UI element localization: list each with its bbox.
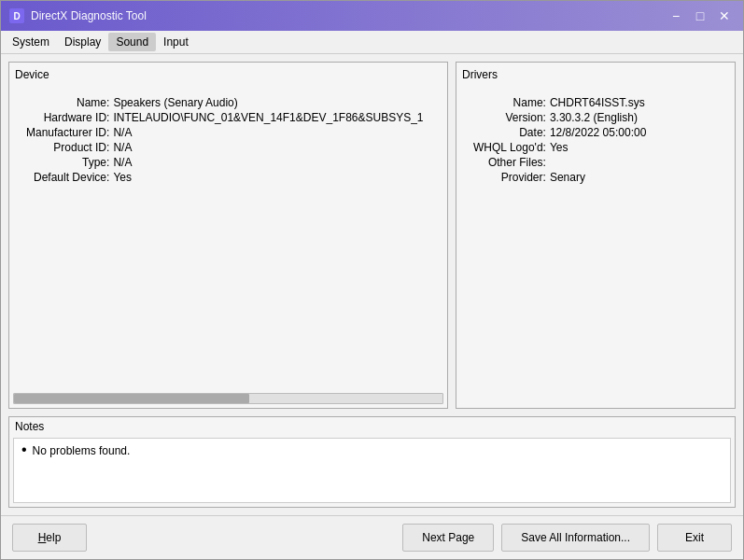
notes-bullet: • bbox=[21, 442, 27, 457]
window-title: DirectX Diagnostic Tool bbox=[31, 9, 665, 22]
device-prodid-label: Product ID: bbox=[26, 141, 109, 154]
main-window: D DirectX Diagnostic Tool − □ ✕ System D… bbox=[0, 0, 744, 560]
menu-input[interactable]: Input bbox=[156, 33, 196, 51]
driver-date-label: Date: bbox=[473, 126, 546, 139]
driver-name-label: Name: bbox=[473, 96, 546, 109]
driver-name-value: CHDRT64ISST.sys bbox=[550, 96, 718, 109]
help-button[interactable]: Help bbox=[12, 524, 87, 552]
scroll-thumb[interactable] bbox=[14, 394, 249, 403]
driver-provider-value: Senary bbox=[550, 171, 718, 184]
scroll-bar-container bbox=[13, 393, 443, 404]
minimize-button[interactable]: − bbox=[665, 7, 687, 25]
device-type-label: Type: bbox=[26, 156, 109, 169]
next-page-button[interactable]: Next Page bbox=[402, 524, 494, 552]
device-hwid-label: Hardware ID: bbox=[26, 111, 109, 124]
device-mfid-value: N/A bbox=[113, 126, 430, 139]
menu-display[interactable]: Display bbox=[57, 33, 108, 51]
notes-content: • No problems found. bbox=[13, 438, 731, 503]
drivers-panel: Drivers Name: CHDRT64ISST.sys Version: 3… bbox=[456, 62, 736, 409]
device-info-grid: Name: Speakers (Senary Audio) Hardware I… bbox=[15, 89, 442, 191]
window-controls: − □ ✕ bbox=[665, 7, 736, 25]
device-prodid-value: N/A bbox=[113, 141, 430, 154]
bottom-bar: Help Next Page Save All Information... E… bbox=[1, 515, 743, 559]
close-button[interactable]: ✕ bbox=[713, 7, 736, 25]
device-default-label: Default Device: bbox=[26, 171, 109, 184]
driver-provider-label: Provider: bbox=[473, 171, 546, 184]
panels-row: Device Name: Speakers (Senary Audio) Har… bbox=[8, 62, 736, 409]
save-all-button[interactable]: Save All Information... bbox=[501, 524, 650, 552]
notes-item: • No problems found. bbox=[21, 444, 723, 457]
exit-button[interactable]: Exit bbox=[657, 524, 732, 552]
notes-text: No problems found. bbox=[33, 444, 131, 457]
svg-text:D: D bbox=[13, 11, 20, 21]
help-label: Help bbox=[38, 531, 62, 544]
driver-date-value: 12/8/2022 05:00:00 bbox=[550, 126, 718, 139]
menu-system[interactable]: System bbox=[5, 33, 57, 51]
driver-whql-label: WHQL Logo'd: bbox=[473, 141, 546, 154]
scroll-track[interactable] bbox=[13, 393, 443, 404]
maximize-button[interactable]: □ bbox=[689, 7, 711, 25]
drivers-panel-title: Drivers bbox=[462, 68, 729, 83]
device-name-label: Name: bbox=[26, 96, 109, 109]
driver-otherfiles-value bbox=[550, 156, 718, 169]
menu-sound[interactable]: Sound bbox=[108, 33, 156, 51]
device-default-value: Yes bbox=[113, 171, 430, 184]
device-name-value: Speakers (Senary Audio) bbox=[113, 96, 430, 109]
main-content: Device Name: Speakers (Senary Audio) Har… bbox=[1, 54, 743, 515]
driver-otherfiles-label: Other Files: bbox=[473, 156, 546, 169]
device-type-value: N/A bbox=[113, 156, 430, 169]
notes-section: Notes • No problems found. bbox=[8, 416, 736, 508]
device-panel: Device Name: Speakers (Senary Audio) Har… bbox=[8, 62, 448, 409]
notes-title: Notes bbox=[9, 417, 735, 436]
title-bar: D DirectX Diagnostic Tool − □ ✕ bbox=[1, 1, 743, 31]
device-panel-title: Device bbox=[15, 68, 442, 83]
device-hwid-value: INTELAUDIO\FUNC_01&VEN_14F1&DEV_1F86&SUB… bbox=[113, 111, 430, 124]
driver-version-label: Version: bbox=[473, 111, 546, 124]
driver-version-value: 3.30.3.2 (English) bbox=[550, 111, 718, 124]
device-mfid-label: Manufacturer ID: bbox=[26, 126, 109, 139]
menu-bar: System Display Sound Input bbox=[1, 31, 743, 54]
drivers-info-grid: Name: CHDRT64ISST.sys Version: 3.30.3.2 … bbox=[462, 89, 729, 191]
driver-whql-value: Yes bbox=[550, 141, 718, 154]
app-icon: D bbox=[8, 7, 25, 24]
